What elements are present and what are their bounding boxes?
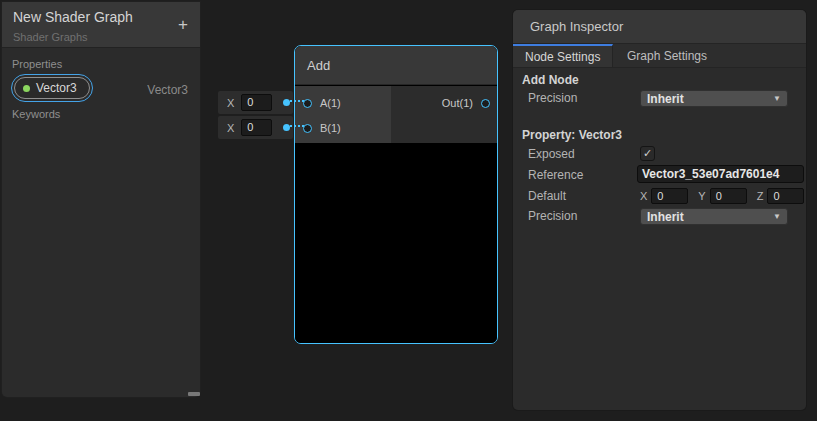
blackboard-header[interactable]: New Shader Graph Shader Graphs + <box>2 2 200 48</box>
property-type-label: Vector3 <box>147 83 188 97</box>
input-port-a-icon[interactable] <box>303 99 312 108</box>
add-node[interactable]: Add A(1) B(1) Out(1) <box>294 45 498 344</box>
property-pill-label: Vector3 <box>36 81 77 95</box>
node-preview-area[interactable] <box>295 143 497 343</box>
properties-section-label: Properties <box>12 58 62 70</box>
default-vector-group: X 0 Y 0 Z 0 <box>640 188 804 204</box>
graph-inspector-title: Graph Inspector <box>530 19 623 34</box>
input-port-b-label: B(1) <box>320 122 341 134</box>
wire-to-port-a <box>285 100 304 102</box>
inline-input-b-value-field[interactable]: 0 <box>241 119 272 136</box>
port-row-b: B(1) <box>303 119 341 137</box>
graph-title: New Shader Graph <box>13 9 133 25</box>
tab-graph-settings[interactable]: Graph Settings <box>613 44 721 67</box>
output-port-label: Out(1) <box>442 97 473 109</box>
port-row-a: A(1) <box>303 94 341 112</box>
property-precision-value: Inherit <box>647 210 773 224</box>
default-x-axis-label: X <box>640 190 647 202</box>
add-node-header[interactable]: Add <box>295 46 497 85</box>
port-row-out: Out(1) <box>442 94 490 112</box>
inline-input-b: X 0 <box>218 116 293 139</box>
add-node-section-heading: Add Node <box>522 73 579 87</box>
blackboard-scroll-handle[interactable] <box>188 392 200 396</box>
node-precision-label: Precision <box>528 91 577 105</box>
inline-input-a: X 0 <box>218 91 293 114</box>
output-ports-column: Out(1) <box>391 86 497 143</box>
keywords-section-label: Keywords <box>12 108 60 120</box>
property-color-dot-icon <box>23 85 30 92</box>
tab-node-settings[interactable]: Node Settings <box>513 44 613 67</box>
exposed-checkbox[interactable]: ✓ <box>640 146 655 161</box>
add-node-ports: A(1) B(1) Out(1) <box>295 86 497 143</box>
reference-label: Reference <box>528 168 583 182</box>
wire-to-port-b <box>285 125 304 127</box>
default-z-field[interactable]: 0 <box>767 188 804 204</box>
inline-input-a-value-field[interactable]: 0 <box>241 94 272 111</box>
inspector-tab-bar: Node Settings Graph Settings <box>513 44 806 68</box>
output-port-icon[interactable] <box>481 99 490 108</box>
input-port-b-icon[interactable] <box>303 124 312 133</box>
inline-input-a-axis-label: X <box>227 97 234 109</box>
checkmark-icon: ✓ <box>643 147 652 159</box>
default-label: Default <box>528 189 566 203</box>
chevron-down-icon: ▼ <box>773 212 781 221</box>
exposed-label: Exposed <box>528 147 575 161</box>
add-property-button[interactable]: + <box>172 15 194 37</box>
chevron-down-icon: ▼ <box>773 94 781 103</box>
graph-inspector-header[interactable]: Graph Inspector <box>513 10 806 44</box>
node-precision-dropdown[interactable]: Inherit ▼ <box>640 90 788 107</box>
inline-input-b-axis-label: X <box>227 122 234 134</box>
property-section-heading: Property: Vector3 <box>522 128 622 142</box>
default-z-axis-label: Z <box>757 190 764 202</box>
graph-subtitle: Shader Graphs <box>13 31 88 43</box>
input-port-a-label: A(1) <box>320 97 341 109</box>
property-precision-dropdown[interactable]: Inherit ▼ <box>640 208 788 225</box>
property-pill-vector3[interactable]: Vector3 <box>14 77 90 99</box>
input-ports-column: A(1) B(1) <box>295 86 391 143</box>
blackboard-panel: New Shader Graph Shader Graphs + Propert… <box>2 2 200 397</box>
graph-inspector-panel: Graph Inspector Node Settings Graph Sett… <box>513 10 806 410</box>
default-y-axis-label: Y <box>698 190 705 202</box>
default-y-field[interactable]: 0 <box>710 188 747 204</box>
reference-field[interactable]: Vector3_53e07ad7601e4 <box>637 165 804 183</box>
property-precision-label: Precision <box>528 209 577 223</box>
node-precision-value: Inherit <box>647 92 773 106</box>
default-x-field[interactable]: 0 <box>651 188 688 204</box>
add-node-title: Add <box>307 58 330 73</box>
